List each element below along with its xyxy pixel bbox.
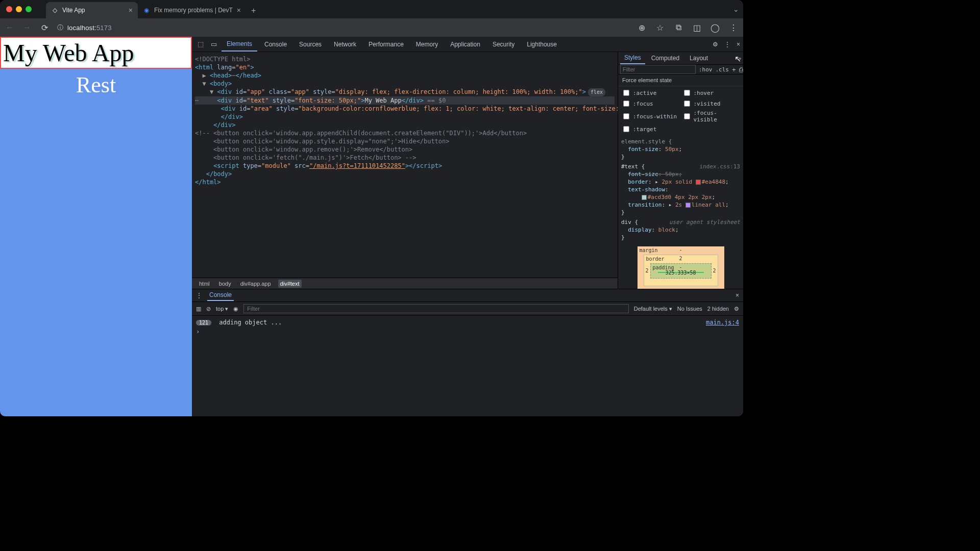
rule-selector[interactable]: element.style { (621, 138, 672, 145)
styles-tab-styles[interactable]: Styles (620, 52, 645, 64)
state-focus[interactable]: :focus (621, 99, 680, 108)
devtools-tab-application[interactable]: Application (445, 38, 485, 51)
clear-console-icon[interactable]: ⊘ (206, 306, 211, 312)
styles-tab-layout[interactable]: Layout (685, 53, 712, 64)
dom-comment[interactable]: <button onclick='window.app.remove();'>R… (195, 145, 615, 154)
devtools-tab-network[interactable]: Network (329, 38, 361, 51)
dom-line[interactable]: ▼ <body> (195, 80, 615, 88)
dom-comment[interactable]: <!-- <button onclick='window.app.appendC… (195, 129, 615, 137)
state-focus-within[interactable]: :focus-within (621, 110, 680, 123)
close-drawer-icon[interactable]: × (736, 292, 739, 299)
console-output[interactable]: 121 adding object ... main.js:4 › (192, 316, 743, 416)
devtools-tab-security[interactable]: Security (487, 38, 520, 51)
dom-line[interactable]: ▶ <head>⋯</head> (195, 71, 615, 80)
state-hover[interactable]: :hover (682, 88, 741, 97)
console-sidebar-icon[interactable]: ▥ (196, 306, 201, 312)
log-levels-selector[interactable]: Default levels ▾ (634, 306, 672, 312)
breadcrumb[interactable]: html body div#app.app div#text (192, 278, 618, 289)
breadcrumb-item-current[interactable]: div#text (278, 280, 302, 288)
close-tab-icon[interactable]: × (237, 6, 241, 14)
url-port: 5173 (96, 24, 112, 32)
devtools-tab-console[interactable]: Console (259, 38, 292, 51)
device-toggle-icon[interactable]: ▭ (208, 40, 219, 48)
issues-indicator[interactable]: No Issues (677, 306, 702, 312)
console-filter-input[interactable] (243, 304, 628, 313)
flex-badge[interactable]: flex (588, 88, 605, 96)
more-icon[interactable]: ⋮ (724, 41, 730, 48)
close-tab-icon[interactable]: × (129, 6, 133, 14)
breadcrumb-item[interactable]: body (217, 280, 233, 288)
state-target[interactable]: :target (621, 124, 680, 134)
console-prompt[interactable]: › (196, 328, 739, 335)
dom-line[interactable]: ▼ <div id="app" class="app" style="displ… (195, 88, 615, 96)
address-bar[interactable]: ⓘ localhost:5173 (57, 23, 629, 32)
profile-icon[interactable]: ◯ (710, 23, 720, 33)
dom-line[interactable]: <div id="area" style="background-color:c… (195, 105, 615, 121)
force-state-header: Force element state (618, 74, 743, 86)
elements-tree[interactable]: <!DOCTYPE html> <html lang="en"> ▶ <head… (192, 52, 618, 278)
rule-selector[interactable]: div { (621, 219, 638, 226)
browser-tab[interactable]: ◉ Fix memory problems | DevT × (138, 2, 246, 18)
maximize-window-icon[interactable] (26, 6, 32, 12)
close-window-icon[interactable] (6, 6, 12, 12)
settings-icon[interactable]: ⚙ (713, 41, 718, 48)
styles-filter-input[interactable] (620, 65, 696, 74)
dom-line-selected[interactable]: ⋯ <div id="text" style="font-size: 50px;… (195, 96, 615, 105)
minimize-window-icon[interactable] (16, 6, 22, 12)
dom-comment[interactable]: <button onclick='window.app.style.displa… (195, 137, 615, 145)
source-link[interactable]: index.css:13 (700, 163, 740, 170)
context-selector[interactable]: top ▾ (216, 306, 228, 312)
browser-tab-active[interactable]: ◇ Vite App × (46, 2, 138, 18)
back-button[interactable]: ← (5, 23, 14, 32)
reload-button[interactable]: ⟳ (40, 23, 49, 33)
cls-toggle[interactable]: .cls (716, 66, 729, 73)
drawer-tab-console[interactable]: Console (207, 290, 234, 301)
devtools-tab-performance[interactable]: Performance (363, 38, 409, 51)
breadcrumb-item[interactable]: div#app.app (238, 280, 273, 288)
drawer-menu-icon[interactable]: ⋮ (196, 292, 202, 299)
side-panel-icon[interactable]: ◫ (692, 23, 701, 33)
box-model[interactable]: margin - border 2 2 2 padding - 325. (638, 246, 724, 289)
new-style-rule-icon[interactable]: + (732, 66, 736, 73)
dom-line[interactable]: <html lang="en"> (195, 63, 615, 71)
print-media-icon[interactable]: ⎙ (739, 66, 743, 73)
zoom-icon[interactable]: ⊕ (637, 23, 646, 33)
mouse-cursor-icon: ↖ (734, 54, 741, 64)
hov-toggle[interactable]: :hov (699, 66, 713, 73)
dom-comment[interactable]: <button onclick='fetch("./main.js")'>Fet… (195, 154, 615, 162)
site-info-icon[interactable]: ⓘ (57, 23, 63, 32)
window-menu-icon[interactable]: ⌄ (733, 5, 739, 13)
console-settings-icon[interactable]: ⚙ (734, 306, 739, 312)
new-tab-button[interactable]: + (246, 3, 261, 18)
forward-button[interactable]: → (22, 23, 32, 32)
dom-line[interactable]: </div> (195, 121, 615, 129)
traffic-lights[interactable] (4, 6, 32, 12)
devtools-tab-sources[interactable]: Sources (294, 38, 327, 51)
rule-selector[interactable]: #text { (621, 163, 645, 170)
dom-line[interactable]: </html> (195, 178, 615, 186)
menu-icon[interactable]: ⋮ (729, 23, 738, 33)
repeat-count-badge: 121 (196, 320, 211, 325)
devtools-tab-memory[interactable]: Memory (411, 38, 443, 51)
console-message-text: adding object ... (219, 319, 282, 326)
dom-line[interactable]: <!DOCTYPE html> (195, 55, 615, 63)
page-rest-area: Rest (0, 69, 192, 416)
console-message[interactable]: 121 adding object ... main.js:4 (196, 319, 739, 326)
state-focus-visible[interactable]: :focus-visible (682, 110, 741, 123)
bookmark-icon[interactable]: ☆ (655, 23, 665, 33)
console-source-link[interactable]: main.js:4 (706, 319, 739, 326)
state-visited[interactable]: :visited (682, 99, 741, 108)
extensions-icon[interactable]: ⧉ (674, 23, 683, 33)
close-devtools-icon[interactable]: × (737, 41, 740, 48)
breadcrumb-item[interactable]: html (197, 280, 212, 288)
state-active[interactable]: :active (621, 88, 680, 97)
style-rules[interactable]: element.style { font-size: 50px; } #text… (618, 138, 743, 241)
dom-line[interactable]: </body> (195, 170, 615, 178)
dom-line[interactable]: <script type="module" src="/main.js?t=17… (195, 162, 615, 170)
hidden-count[interactable]: 2 hidden (707, 306, 729, 312)
styles-tab-computed[interactable]: Computed (647, 53, 683, 64)
devtools-tab-elements[interactable]: Elements (222, 37, 257, 52)
inspect-icon[interactable]: ⬚ (195, 40, 206, 48)
devtools-tab-lighthouse[interactable]: Lighthouse (522, 38, 562, 51)
live-expression-icon[interactable]: ◉ (233, 306, 238, 312)
